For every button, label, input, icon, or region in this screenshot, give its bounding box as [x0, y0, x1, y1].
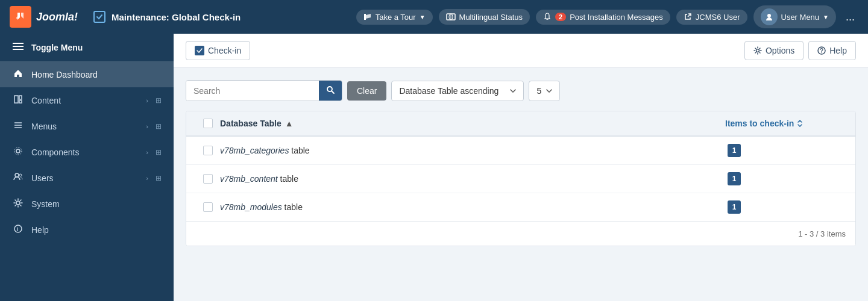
sidebar-item-content[interactable]: Content › ⊞: [0, 87, 174, 113]
svg-rect-11: [14, 96, 18, 103]
sidebar-item-help[interactable]: i Help: [0, 217, 174, 243]
menus-chevron: ›: [146, 123, 148, 130]
more-options-button[interactable]: ...: [842, 11, 858, 23]
search-wrapper: [186, 80, 342, 101]
sidebar-item-system[interactable]: System: [0, 191, 174, 217]
components-grid-icon: ⊞: [156, 148, 162, 157]
system-icon: [12, 198, 24, 209]
table-row: v78mb_categories table 1: [186, 137, 855, 165]
select-all-checkbox[interactable]: [203, 119, 213, 128]
options-label: Options: [766, 46, 794, 55]
options-button[interactable]: Options: [744, 41, 804, 60]
data-table: Database Table ▲ Items to check-in: [186, 111, 856, 246]
toggle-menu-label: Toggle Menu: [31, 43, 83, 52]
svg-text:i: i: [17, 226, 19, 232]
row-count-1: 1: [725, 144, 846, 157]
row-checkbox-2[interactable]: [203, 174, 213, 184]
topbar: Joomla! Maintenance: Global Check-in Tak…: [0, 0, 868, 34]
components-chevron: ›: [146, 149, 148, 156]
header-checkbox-area: [196, 119, 220, 128]
search-button[interactable]: [319, 81, 342, 101]
tour-chevron: ▼: [420, 14, 426, 20]
external-link-icon: [684, 13, 692, 21]
svg-point-17: [16, 149, 20, 153]
pagination-bar: 1 - 3 / 3 items: [186, 222, 855, 246]
page-size-value: 5: [536, 86, 541, 96]
sidebar: Toggle Menu Home Dashboard Content › ⊞: [0, 34, 174, 301]
help-label: Help: [829, 46, 847, 55]
svg-point-18: [14, 147, 22, 155]
sidebar-item-label: Home Dashboard: [31, 70, 162, 79]
users-grid-icon: ⊞: [156, 174, 162, 182]
clear-label: Clear: [357, 86, 377, 96]
checkin-button[interactable]: Check-in: [186, 41, 250, 60]
toolbar: Check-in Options Help: [174, 34, 868, 68]
col-items-link[interactable]: Items to check-in: [725, 119, 804, 128]
home-icon: [12, 69, 24, 80]
users-icon: [12, 172, 24, 184]
multilingual-button[interactable]: Multilingual Status: [439, 9, 530, 25]
sort-label: Database Table ascending: [399, 86, 505, 96]
check-icon: [93, 11, 105, 23]
count-badge-1: 1: [728, 144, 741, 157]
question-icon: [817, 46, 826, 55]
post-install-button[interactable]: 2 Post Installation Messages: [536, 10, 670, 25]
count-badge-3: 1: [728, 200, 741, 214]
notification-badge: 2: [555, 13, 566, 21]
user-menu-button[interactable]: User Menu ▼: [753, 5, 836, 28]
svg-rect-1: [364, 14, 366, 20]
col-items-label: Items to check-in: [725, 119, 794, 128]
inner-content: Clear Database Table ascending 5: [174, 68, 868, 258]
toggle-menu-button[interactable]: Toggle Menu: [0, 34, 174, 61]
sidebar-item-users[interactable]: Users › ⊞: [0, 165, 174, 191]
row-name-italic-3: v78mb_modules: [220, 202, 282, 212]
search-icon: [326, 85, 335, 94]
main-layout: Toggle Menu Home Dashboard Content › ⊞: [0, 34, 868, 301]
toolbar-right: Options Help: [744, 41, 856, 60]
col-header-db-table[interactable]: Database Table ▲: [220, 119, 725, 128]
filter-bar: Clear Database Table ascending 5: [186, 80, 856, 101]
components-icon: [12, 146, 24, 158]
users-chevron: ›: [146, 175, 148, 182]
tour-icon: [363, 13, 372, 21]
sort-chevron-icon: [510, 89, 516, 93]
row-name-italic-1: v78mb_categories: [220, 146, 289, 155]
row-count-2: 1: [725, 172, 846, 185]
sidebar-item-label: System: [31, 199, 162, 209]
content-chevron: ›: [146, 97, 148, 104]
sidebar-item-menus[interactable]: Menus › ⊞: [0, 113, 174, 139]
svg-point-26: [822, 52, 822, 53]
col-items-sort-icon: [796, 120, 804, 127]
bell-icon: [543, 13, 552, 21]
sort-select[interactable]: Database Table ascending: [391, 81, 524, 101]
row-name-2: v78mb_content table: [220, 174, 725, 184]
table-row: v78mb_content table 1: [186, 165, 855, 193]
sidebar-item-components[interactable]: Components › ⊞: [0, 139, 174, 165]
jcms-user-button[interactable]: JCMS6 User: [676, 10, 747, 25]
take-tour-button[interactable]: Take a Tour ▼: [356, 10, 433, 25]
content-grid-icon: ⊞: [156, 96, 162, 105]
help-button[interactable]: Help: [808, 41, 856, 60]
user-chevron: ▼: [823, 14, 829, 20]
row-checkbox-1[interactable]: [203, 146, 213, 155]
page-size-select[interactable]: 5: [529, 81, 560, 101]
gear-icon: [753, 46, 762, 55]
svg-rect-13: [19, 101, 22, 103]
sort-arrow-icon: ▲: [285, 119, 294, 128]
row-checkbox-3[interactable]: [203, 202, 213, 212]
take-tour-label: Take a Tour: [376, 13, 416, 22]
col-header-items[interactable]: Items to check-in: [725, 119, 846, 128]
jcms-user-label: JCMS6 User: [696, 13, 740, 22]
search-input[interactable]: [186, 81, 319, 101]
svg-rect-12: [19, 96, 22, 99]
help-icon: i: [12, 224, 24, 235]
clear-button[interactable]: Clear: [347, 81, 386, 101]
row-name-3: v78mb_modules table: [220, 202, 725, 212]
user-menu-label: User Menu: [781, 13, 820, 22]
svg-point-20: [19, 174, 22, 176]
sidebar-item-home-dashboard[interactable]: Home Dashboard: [0, 61, 174, 87]
row-count-3: 1: [725, 200, 846, 214]
sidebar-item-label: Menus: [31, 122, 139, 131]
page-size-chevron-icon: [546, 89, 552, 93]
col-db-table-label: Database Table: [220, 119, 281, 128]
